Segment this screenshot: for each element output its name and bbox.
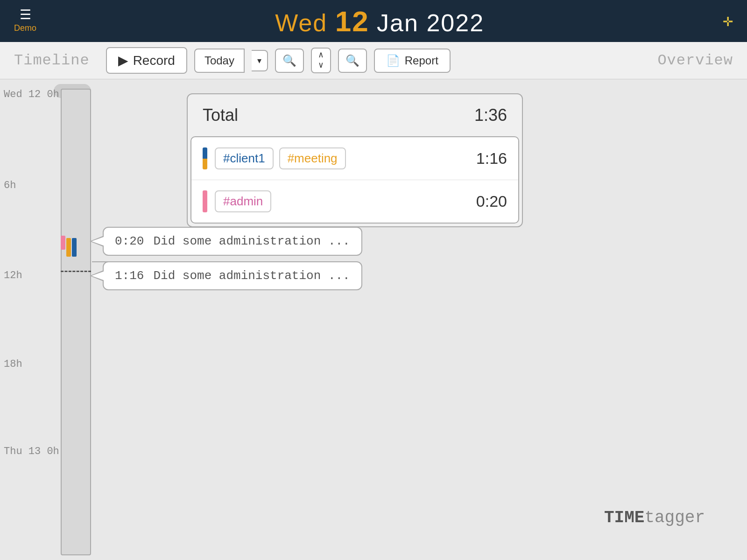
add-button[interactable]: ✛ — [723, 11, 733, 31]
right-panel: Total 1:36 #client1 #meeting 1:16 — [163, 79, 747, 560]
report-button[interactable]: 📄 Report — [374, 49, 451, 73]
row-duration-1: 1:16 — [476, 149, 507, 168]
time-label-18h: 18h — [4, 358, 22, 370]
row-duration-2: 0:20 — [476, 192, 507, 210]
tag-meeting[interactable]: #meeting — [279, 147, 346, 169]
up-arrow: ∧ — [318, 50, 324, 61]
callout-admin[interactable]: 0:20 Did some administration ... — [103, 227, 362, 256]
toolbar: Timeline ▶ Record Today ▾ 🔍 ∧ ∨ 🔍 📄 Repo… — [0, 42, 747, 79]
app-header: ☰ Demo Wed 12 Jan 2022 ✛ — [0, 0, 747, 42]
summary-total-row: Total 1:36 — [188, 94, 522, 136]
segment-meeting-blue — [72, 238, 77, 257]
callout1-time: 0:20 — [115, 234, 144, 248]
table-row[interactable]: #client1 #meeting 1:16 — [191, 137, 518, 180]
row-color-bar-2 — [203, 190, 207, 212]
row-tags-1: #client1 #meeting — [215, 147, 476, 169]
header-month-year: Jan 2022 — [369, 9, 484, 36]
tag-client1[interactable]: #client1 — [215, 147, 274, 169]
record-label: Record — [133, 53, 175, 68]
timeline-area: Wed 12 0h 6h 12h 18h Thu 13 0h 0:20 Did … — [0, 79, 163, 560]
header-day: Wed — [275, 9, 327, 36]
header-title: Wed 12 Jan 2022 — [275, 5, 484, 38]
demo-label: Demo — [14, 23, 36, 33]
header-date-num: 12 — [335, 5, 369, 37]
total-label: Total — [203, 105, 238, 125]
main-content: Wed 12 0h 6h 12h 18h Thu 13 0h 0:20 Did … — [0, 79, 747, 560]
time-label-0: Wed 12 0h — [4, 89, 59, 100]
today-dropdown-button[interactable]: ▾ — [252, 50, 268, 71]
time-label-6h: 6h — [4, 180, 16, 191]
callout1-text: Did some administration ... — [153, 234, 350, 248]
report-label: Report — [405, 54, 438, 67]
callout2-text: Did some administration ... — [153, 269, 350, 283]
play-icon: ▶ — [118, 53, 128, 68]
segment-admin — [61, 236, 65, 250]
branding-text: TIMEtagger — [604, 508, 705, 527]
menu-icon[interactable]: ☰ — [20, 9, 31, 22]
now-line — [61, 271, 91, 272]
zoom-out-button[interactable]: 🔍 — [275, 49, 304, 73]
tag-admin[interactable]: #admin — [215, 190, 271, 212]
callout2-time: 1:16 — [115, 269, 144, 283]
header-left: ☰ Demo — [14, 9, 36, 33]
timeline-label: Timeline — [14, 52, 90, 69]
segment-meeting-yellow — [66, 238, 71, 257]
row-color-bar-1 — [203, 147, 207, 169]
callout-meeting[interactable]: 1:16 Did some administration ... — [103, 261, 362, 290]
total-value: 1:36 — [474, 105, 507, 125]
table-row[interactable]: #admin 0:20 — [191, 180, 518, 223]
overview-label: Overview — [657, 52, 733, 69]
brand-time: TIME — [604, 508, 644, 527]
brand-tagger: tagger — [644, 508, 705, 527]
summary-card: Total 1:36 #client1 #meeting 1:16 — [187, 93, 523, 227]
summary-rows: #client1 #meeting 1:16 #admin 0:20 — [190, 136, 519, 224]
down-arrow: ∨ — [318, 61, 324, 71]
zoom-in-button[interactable]: 🔍 — [338, 49, 367, 73]
time-label-thu: Thu 13 0h — [4, 446, 59, 457]
timeline-bar — [61, 89, 91, 555]
report-icon: 📄 — [386, 54, 400, 67]
record-button[interactable]: ▶ Record — [106, 47, 187, 74]
time-label-12h: 12h — [4, 270, 22, 281]
scroll-updown-button[interactable]: ∧ ∨ — [311, 48, 331, 73]
row-tags-2: #admin — [215, 190, 476, 212]
today-button[interactable]: Today — [194, 49, 245, 73]
